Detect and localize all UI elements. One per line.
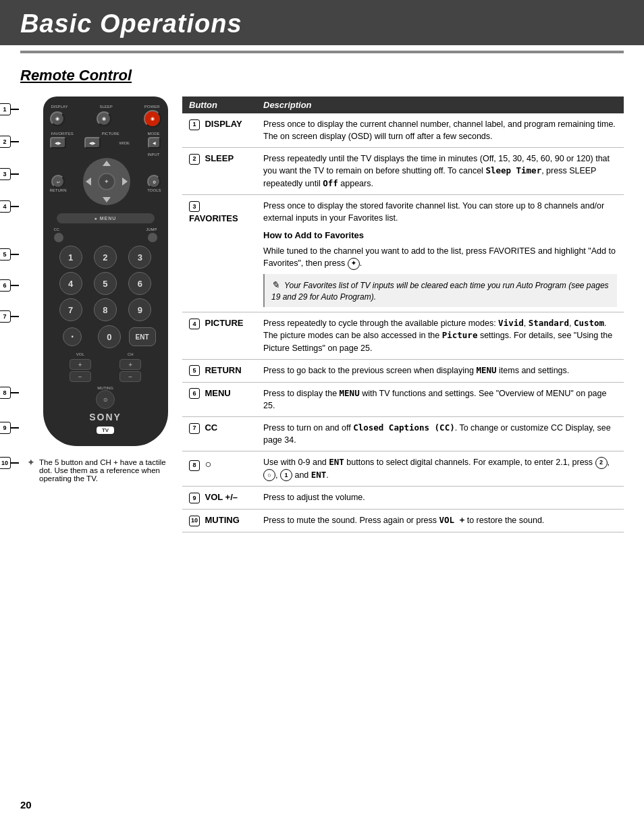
dpad-ring: ✦: [83, 158, 130, 205]
callout-9: 9: [0, 422, 19, 434]
btn-num-4: 4: [189, 319, 200, 329]
num1-button[interactable]: 1: [59, 246, 82, 269]
table-row-cc: 7 CC Press to turn on and off Closed Cap…: [182, 416, 624, 451]
ch-label: CH: [128, 352, 134, 356]
description-table-col: Button Description 1 DISPLAY Press once …: [182, 97, 624, 532]
tv-badge-wrap: TV: [50, 424, 161, 434]
desc-cell-cc: Press to turn on and off Closed Captions…: [257, 416, 624, 451]
desc-cell-menu: Press to display the MENU with TV functi…: [257, 382, 624, 416]
btn-cell-menu: 6 MENU: [182, 382, 257, 416]
menu-button[interactable]: ● MENU: [57, 213, 155, 223]
picture-button[interactable]: ◀▶: [84, 137, 101, 148]
desc-cell-picture: Press repeatedly to cycle through the av…: [257, 312, 624, 359]
header-band: Basic Operations: [0, 0, 644, 45]
favorites-label: FAVORITES: [51, 132, 74, 136]
num7-button[interactable]: 7: [59, 298, 82, 321]
sony-logo: SONY: [50, 412, 161, 422]
top-buttons-row: ◉ ◉ ◉: [50, 110, 161, 128]
num2-button[interactable]: 2: [94, 246, 117, 269]
tools-label: TOOLS: [147, 188, 161, 192]
tv-badge: TV: [97, 427, 114, 434]
top-labels: DISPLAY SLEEP POWER: [50, 105, 161, 109]
btn-name-return: RETURN: [205, 365, 241, 375]
display-button[interactable]: ◉: [50, 111, 65, 126]
vol-group: VOL: [70, 352, 91, 382]
num4-button[interactable]: 4: [59, 272, 82, 295]
col-description: Description: [257, 97, 624, 113]
desc-cell-circle: Use with 0-9 and ENT buttons to select d…: [257, 451, 624, 487]
desc-cell-return: Press to go back to the previous screen …: [257, 359, 624, 382]
callout-4: 4: [0, 200, 19, 213]
desc-cell-muting: Press to mute the sound. Press again or …: [257, 510, 624, 532]
dpad-center[interactable]: ✦: [98, 173, 115, 190]
btn-name-circle: ○: [205, 458, 211, 470]
btn-num-5: 5: [189, 365, 200, 376]
sleep-label: SLEEP: [99, 105, 112, 109]
ent-button[interactable]: ENT: [129, 327, 156, 346]
display-label: DISPLAY: [51, 105, 68, 109]
num2-icon: 2: [595, 457, 608, 469]
muting-btn-area: ⊙: [50, 390, 161, 409]
remote-column: DISPLAY SLEEP POWER ◉ ◉ ◉ FAVORITES PICT…: [20, 97, 169, 483]
table-row-sleep: 2 SLEEP Press repeatedly until the TV di…: [182, 148, 624, 194]
power-button[interactable]: ◉: [144, 110, 161, 128]
cc-area: CC: [54, 227, 63, 243]
desc-cell-vol: Press to adjust the volume.: [257, 487, 624, 510]
numpad: 1 2 3 4 5 6 7 8 9: [55, 246, 156, 321]
return-button[interactable]: ↩: [51, 175, 65, 188]
callout-10: 10: [0, 457, 19, 469]
wide-button[interactable]: ◀: [148, 137, 161, 148]
btn-name-picture: PICTURE: [205, 318, 243, 328]
num3-button[interactable]: 3: [128, 246, 151, 269]
cc-button[interactable]: [54, 233, 63, 242]
btn-name-favorites: FAVORITES: [189, 213, 238, 223]
content-area: DISPLAY SLEEP POWER ◉ ◉ ◉ FAVORITES PICT…: [20, 97, 624, 532]
btn-cell-muting: 10 MUTING: [182, 510, 257, 532]
num8-button[interactable]: 8: [94, 298, 117, 321]
dpad-right: [122, 177, 128, 186]
dpad-down: [103, 197, 111, 202]
row2-labels: FAVORITES PICTURE MODE: [50, 132, 161, 136]
favorites-button[interactable]: ◀▶: [50, 137, 66, 148]
section-title: Remote Control: [20, 67, 624, 84]
muting-button[interactable]: ⊙: [96, 390, 115, 409]
mode-label: MODE: [147, 132, 159, 136]
btn-cell-sleep: 2 SLEEP: [182, 148, 257, 194]
wide-label: WIDE: [119, 141, 130, 145]
picture-label: PICTURE: [101, 132, 119, 136]
btn-name-cc: CC: [205, 422, 217, 433]
table-row-circle: 8 ○ Use with 0-9 and ENT buttons to sele…: [182, 451, 624, 487]
btn-num-3: 3: [189, 201, 200, 212]
jump-label: JUMP: [146, 227, 157, 231]
tools-button[interactable]: ⚙: [147, 175, 161, 188]
table-row-return: 5 RETURN Press to go back to the previou…: [182, 359, 624, 382]
btn-name-muting: MUTING: [205, 515, 239, 525]
power-label: POWER: [144, 105, 160, 109]
desc-cell-sleep: Press repeatedly until the TV displays t…: [257, 148, 624, 194]
table-row-picture: 4 PICTURE Press repeatedly to cycle thro…: [182, 312, 624, 359]
return-side: ↩ RETURN: [50, 175, 67, 192]
callout-5: 5: [0, 248, 19, 260]
cc-label: CC: [54, 227, 63, 231]
btn-num-7: 7: [189, 423, 200, 434]
num6-button[interactable]: 6: [128, 272, 151, 295]
jump-button[interactable]: [148, 233, 157, 242]
ch-plus-button[interactable]: [119, 359, 141, 370]
num1-icon: 1: [280, 469, 292, 481]
sleep-button[interactable]: ◉: [97, 111, 111, 126]
num0-button[interactable]: 0: [98, 325, 121, 348]
btn-name-sleep: SLEEP: [205, 153, 234, 163]
vol-plus-button[interactable]: [70, 359, 91, 370]
table-row-display: 1 DISPLAY Press once to display the curr…: [182, 113, 624, 148]
num9-button[interactable]: 9: [128, 298, 151, 321]
table-row-muting: 10 MUTING Press to mute the sound. Press…: [182, 510, 624, 532]
ch-minus-button[interactable]: [119, 371, 141, 382]
dpad-up: [103, 161, 111, 166]
vol-minus-button[interactable]: [70, 371, 91, 382]
num5-button[interactable]: 5: [94, 272, 117, 295]
callout-7: 7: [0, 310, 19, 323]
btn-name-vol: VOL +/–: [205, 492, 238, 502]
dot-button[interactable]: ·: [63, 327, 82, 346]
remote-section: DISPLAY SLEEP POWER ◉ ◉ ◉ FAVORITES PICT…: [20, 97, 169, 446]
btn-name-display: DISPLAY: [205, 119, 242, 129]
